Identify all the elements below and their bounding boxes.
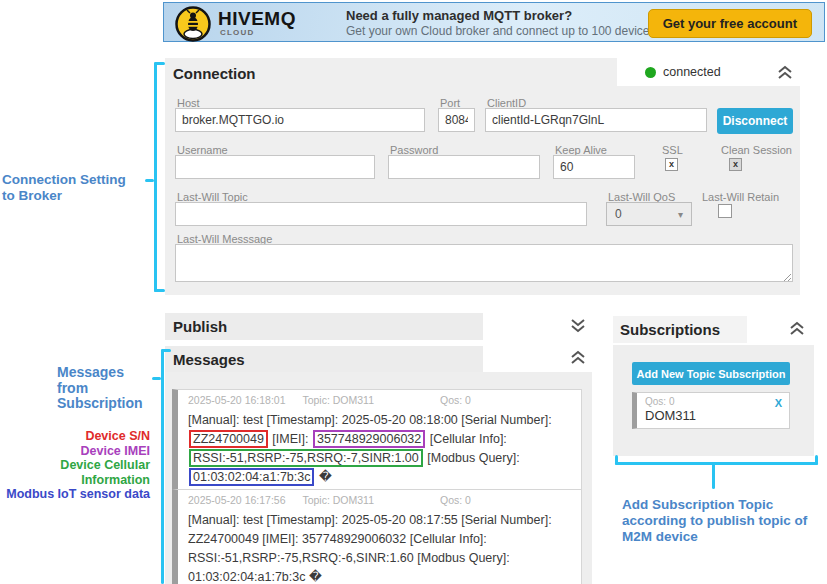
connection-brace-pointer	[145, 179, 154, 182]
get-free-account-button[interactable]: Get your free account	[648, 9, 812, 38]
connection-section: Connection connected Host Port ClientID …	[165, 58, 800, 295]
messages-title: Messages	[173, 351, 245, 368]
port-input[interactable]	[438, 108, 475, 132]
username-input[interactable]	[175, 155, 375, 179]
payload-legend: Device S/N Device IMEI Device Cellular I…	[0, 429, 150, 502]
payload-text: [Cellular Info]:	[426, 432, 510, 446]
payload-text: �	[315, 470, 331, 484]
connection-status-text: connected	[663, 65, 721, 79]
messages-annotation: Messages from Subscription	[57, 365, 143, 412]
annotation-line: Add Subscription Topic	[622, 497, 807, 513]
annotation-line: according to publish topic of	[622, 513, 807, 529]
message-meta: 2025-05-20 16:18:01 Topic: DOM311 Qos: 0	[188, 394, 573, 407]
legend-modbus-data: Modbus IoT sensor data	[0, 487, 150, 502]
publish-header: Publish	[165, 313, 483, 340]
last-will-qos-value: 0	[615, 207, 622, 221]
connection-brace-bottom-tick	[154, 289, 165, 292]
legend-device-sn: Device S/N	[0, 429, 150, 444]
connection-brace-top-tick	[154, 62, 165, 65]
clean-session-checkbox[interactable]: x	[729, 158, 742, 171]
mqtt-client-page: HIVEMQ CLOUD Need a fully managed MQTT b…	[0, 0, 827, 584]
connected-status-dot	[645, 67, 656, 78]
disconnect-button[interactable]: Disconnect	[717, 108, 793, 134]
annotation-line: Messages	[57, 365, 143, 381]
message-timestamp: 2025-05-20 16:17:56	[188, 494, 286, 506]
expand-publish-icon[interactable]	[569, 318, 587, 333]
message-card[interactable]: 2025-05-20 16:18:01 Topic: DOM311 Qos: 0…	[172, 389, 582, 494]
subscription-qos: Qos: 0	[645, 396, 783, 407]
message-timestamp: 2025-05-20 16:18:01	[188, 394, 286, 406]
collapse-connection-icon[interactable]	[776, 65, 794, 80]
banner-headline: Need a fully managed MQTT broker?	[346, 8, 572, 23]
clean-session-label: Clean Session	[721, 144, 792, 156]
subscription-item: Qos: 0 X DOM311	[632, 392, 790, 429]
payload-text: [Manual]: test [Timestamp]: 2025-05-20 0…	[188, 413, 555, 427]
last-will-message-textarea[interactable]	[175, 244, 793, 282]
subscriptions-header: Subscriptions	[613, 316, 747, 343]
add-subscription-button[interactable]: Add New Topic Subscription	[632, 362, 790, 385]
messages-brace	[161, 349, 164, 584]
payload-text: [IMEI]:	[269, 432, 312, 446]
hivemq-logo-title: HIVEMQ	[218, 8, 296, 30]
legend-cellular-info: Device Cellular Information	[0, 458, 150, 487]
message-topic: Topic: DOM311	[302, 494, 374, 506]
hivemq-logo-icon	[174, 5, 212, 43]
message-payload: [Manual]: test [Timestamp]: 2025-05-20 0…	[188, 511, 573, 584]
messages-header: Messages	[165, 346, 483, 372]
connection-annotation: Connection Setting to Broker	[2, 172, 126, 204]
messages-list: 2025-05-20 16:18:01 Topic: DOM311 Qos: 0…	[165, 372, 592, 584]
last-will-topic-input[interactable]	[175, 202, 587, 226]
collapse-subscriptions-icon[interactable]	[788, 321, 806, 336]
last-will-retain-checkbox[interactable]	[718, 204, 732, 218]
remove-subscription-icon[interactable]: X	[775, 397, 782, 409]
connection-brace	[154, 62, 157, 292]
modbus-query-value: 01:03:02:04:a1:7b:3c	[189, 468, 314, 486]
subscriptions-title: Subscriptions	[620, 321, 720, 338]
subscriptions-annotation: Add Subscription Topic according to publ…	[622, 497, 807, 545]
legend-device-imei: Device IMEI	[0, 444, 150, 459]
annotation-line: to Broker	[2, 188, 126, 204]
payload-text: [Manual]: test [Timestamp]: 2025-05-20 0…	[188, 513, 555, 584]
resize-handle-icon[interactable]	[783, 273, 792, 282]
annotation-line: from	[57, 381, 143, 397]
serial-number-value: ZZ24700049	[189, 430, 268, 448]
imei-value: 357748929006032	[313, 430, 425, 448]
last-will-retain-label: Last-Will Retain	[702, 191, 779, 203]
messages-brace-pointer	[152, 377, 161, 380]
publish-title: Publish	[173, 318, 227, 335]
annotation-line: Subscription	[57, 396, 143, 412]
subscriptions-section: Subscriptions Add New Topic Subscription…	[613, 316, 814, 456]
host-input[interactable]	[175, 108, 425, 132]
payload-text: [Modbus Query]:	[424, 451, 523, 465]
cellular-info-value: RSSI:-51,RSRP:-75,RSRQ:-7,SINR:1.00	[189, 449, 423, 467]
annotation-line: M2M device	[622, 529, 807, 545]
connection-title: Connection	[173, 65, 256, 82]
subscriptions-brace-pointer	[712, 462, 715, 489]
password-input[interactable]	[388, 155, 540, 179]
hivemq-logo-subtitle: CLOUD	[220, 28, 254, 37]
hivemq-banner: HIVEMQ CLOUD Need a fully managed MQTT b…	[163, 2, 825, 42]
message-payload: [Manual]: test [Timestamp]: 2025-05-20 0…	[188, 411, 573, 487]
collapse-messages-icon[interactable]	[569, 350, 587, 365]
subscriptions-brace	[615, 462, 818, 465]
annotation-line: Connection Setting	[2, 172, 126, 188]
connection-status-area: connected	[617, 58, 800, 86]
subscriptions-brace-left-tick	[615, 455, 618, 465]
chevron-down-icon: ▾	[678, 209, 683, 220]
last-will-qos-select[interactable]: 0 ▾	[606, 202, 692, 226]
message-qos: Qos: 0	[440, 494, 471, 506]
messages-brace-top-tick	[161, 349, 171, 352]
ssl-label: SSL	[662, 144, 683, 156]
keep-alive-input[interactable]	[553, 155, 635, 179]
message-meta: 2025-05-20 16:17:56 Topic: DOM311 Qos: 0	[188, 494, 573, 507]
subscriptions-brace-right-tick	[815, 455, 818, 465]
subscription-topic: DOM311	[645, 408, 783, 423]
message-topic: Topic: DOM311	[302, 394, 374, 406]
ssl-checkbox[interactable]: x	[665, 158, 678, 171]
message-card[interactable]: 2025-05-20 16:17:56 Topic: DOM311 Qos: 0…	[172, 489, 582, 584]
message-qos: Qos: 0	[440, 394, 471, 406]
client-id-input[interactable]	[485, 108, 707, 132]
